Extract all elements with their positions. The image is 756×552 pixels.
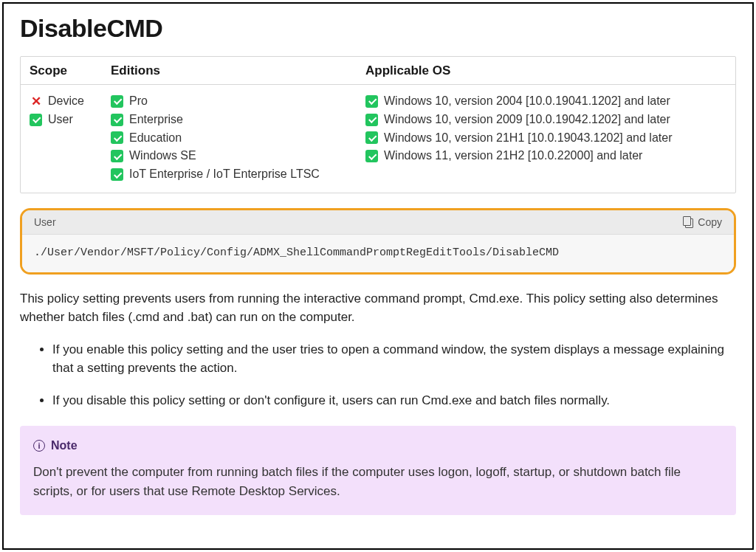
- check-icon: [365, 95, 378, 108]
- note-title: i Note: [33, 439, 723, 452]
- code-path: ./User/Vendor/MSFT/Policy/Config/ADMX_Sh…: [22, 235, 734, 272]
- note-title-text: Note: [51, 439, 78, 452]
- check-icon: [30, 114, 42, 126]
- policy-description: This policy setting prevents users from …: [20, 289, 736, 327]
- header-editions: Editions: [111, 63, 365, 78]
- note-callout: i Note Don't prevent the computer from r…: [20, 426, 736, 515]
- check-icon: [111, 95, 123, 108]
- row-label: Pro: [129, 92, 148, 111]
- x-icon: ✕: [30, 95, 42, 108]
- table-row: ✕Device: [30, 92, 111, 111]
- check-icon: [365, 131, 378, 144]
- code-block: User Copy ./User/Vendor/MSFT/Policy/Conf…: [20, 208, 736, 275]
- row-label: Windows 10, version 2009 [10.0.19042.120…: [384, 111, 670, 129]
- table-body-row: ✕DeviceUser ProEnterpriseEducationWindow…: [21, 85, 735, 193]
- table-row: IoT Enterprise / IoT Enterprise LTSC: [111, 165, 365, 184]
- table-row: Pro: [111, 92, 365, 111]
- table-row: Windows 10, version 2009 [10.0.19042.120…: [365, 111, 726, 129]
- os-column: Windows 10, version 2004 [10.0.19041.120…: [365, 92, 726, 184]
- scope-column: ✕DeviceUser: [30, 92, 111, 184]
- check-icon: [111, 150, 123, 162]
- check-icon: [365, 114, 378, 126]
- editions-column: ProEnterpriseEducationWindows SEIoT Ente…: [111, 92, 365, 184]
- copy-label: Copy: [698, 216, 722, 228]
- check-icon: [111, 131, 123, 144]
- table-row: Education: [111, 129, 365, 148]
- row-label: User: [48, 111, 73, 129]
- table-row: Windows 10, version 2004 [10.0.19041.120…: [365, 92, 726, 111]
- page-title: DisableCMD: [20, 14, 736, 43]
- code-scope-label: User: [34, 216, 56, 228]
- table-row: Enterprise: [111, 111, 365, 129]
- table-row: Windows SE: [111, 147, 365, 165]
- row-label: Device: [48, 92, 84, 111]
- table-row: Windows 11, version 21H2 [10.0.22000] an…: [365, 147, 726, 165]
- policy-bullet-list: If you enable this policy setting and th…: [20, 340, 736, 410]
- check-icon: [111, 114, 123, 126]
- list-item: If you enable this policy setting and th…: [52, 340, 736, 378]
- row-label: Windows SE: [129, 147, 196, 165]
- info-icon: i: [33, 440, 45, 452]
- applicability-table: Scope Editions Applicable OS ✕DeviceUser…: [20, 56, 736, 193]
- row-label: Education: [129, 129, 182, 148]
- row-label: Windows 10, version 21H1 [10.0.19043.120…: [384, 129, 672, 148]
- check-icon: [365, 150, 378, 162]
- copy-icon: [683, 217, 693, 227]
- row-label: Windows 10, version 2004 [10.0.19041.120…: [384, 92, 670, 111]
- row-label: Enterprise: [129, 111, 183, 129]
- row-label: Windows 11, version 21H2 [10.0.22000] an…: [384, 147, 642, 165]
- copy-button[interactable]: Copy: [683, 216, 722, 228]
- table-row: Windows 10, version 21H1 [10.0.19043.120…: [365, 129, 726, 148]
- document-frame: DisableCMD Scope Editions Applicable OS …: [2, 2, 754, 550]
- row-label: IoT Enterprise / IoT Enterprise LTSC: [129, 165, 320, 184]
- check-icon: [111, 168, 123, 181]
- header-os: Applicable OS: [365, 63, 726, 78]
- list-item: If you disable this policy setting or do…: [52, 391, 736, 410]
- note-body: Don't prevent the computer from running …: [33, 463, 723, 500]
- table-header-row: Scope Editions Applicable OS: [21, 57, 735, 85]
- table-row: User: [30, 111, 111, 129]
- code-header: User Copy: [22, 210, 734, 235]
- header-scope: Scope: [30, 63, 111, 78]
